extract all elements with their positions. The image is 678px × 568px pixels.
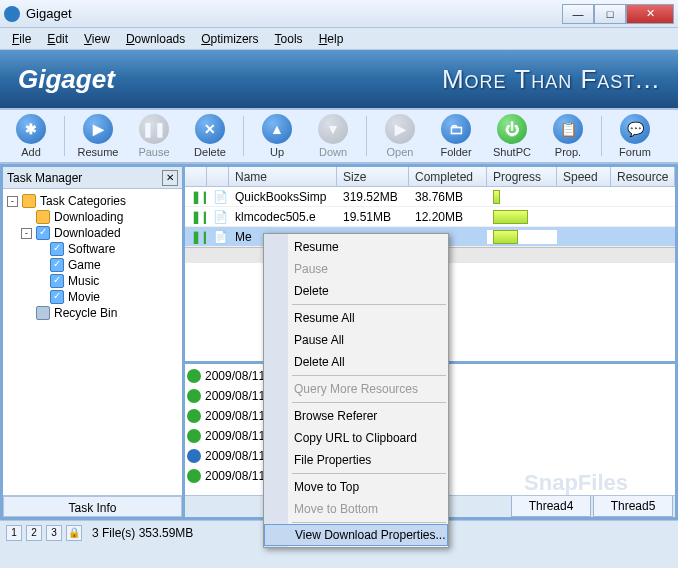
context-pause-all[interactable]: Pause All xyxy=(264,329,448,351)
tool-up[interactable]: ▲Up xyxy=(252,114,302,158)
tool-label: ShutPC xyxy=(493,146,531,158)
menu-tools[interactable]: Tools xyxy=(267,30,311,48)
menu-optimizers[interactable]: Optimizers xyxy=(193,30,266,48)
tool-folder-icon: 🗀 xyxy=(441,114,471,144)
log-time: 2009/08/11 xyxy=(205,369,265,383)
context-file-properties[interactable]: File Properties xyxy=(264,449,448,471)
log-tab-thread4[interactable]: Thread4 xyxy=(511,496,591,517)
col-completed[interactable]: Completed xyxy=(409,167,487,186)
tool-shutpc[interactable]: ⏻ShutPC xyxy=(487,114,537,158)
app-icon xyxy=(4,6,20,22)
file-icon: 📄 xyxy=(207,190,229,204)
tree-label: Movie xyxy=(68,290,100,304)
tab-task-info[interactable]: Task Info xyxy=(3,496,182,517)
log-tab-thread5[interactable]: Thread5 xyxy=(593,496,673,517)
col-resource[interactable]: Resource xyxy=(611,167,675,186)
status-chip-lock-icon[interactable]: 🔒 xyxy=(66,525,82,541)
cell-name: QuickBooksSimp xyxy=(229,190,337,204)
tool-label: Forum xyxy=(619,146,651,158)
context-separator xyxy=(292,402,446,403)
context-move-to-bottom: Move to Bottom xyxy=(264,498,448,520)
col-progress[interactable]: Progress xyxy=(487,167,557,186)
window-title: Gigaget xyxy=(26,6,562,21)
toolbar: ✱Add▶Resume❚❚Pause✕Delete▲Up▼Down▶Open🗀F… xyxy=(0,108,678,164)
log-success-icon xyxy=(187,369,201,383)
check-icon xyxy=(50,258,64,272)
tool-forum[interactable]: 💬Forum xyxy=(610,114,660,158)
tree-toggle-icon[interactable]: - xyxy=(21,228,32,239)
tree-node-recycle-bin[interactable]: Recycle Bin xyxy=(7,305,178,321)
maximize-button[interactable]: □ xyxy=(594,4,626,24)
check-icon xyxy=(50,242,64,256)
menubar: FileEditViewDownloadsOptimizersToolsHelp xyxy=(0,28,678,50)
context-pause: Pause xyxy=(264,258,448,280)
tool-add-icon: ✱ xyxy=(16,114,46,144)
tree-toggle-icon[interactable]: - xyxy=(7,196,18,207)
status-chip-3[interactable]: 3 xyxy=(46,525,62,541)
context-browse-referer[interactable]: Browse Referer xyxy=(264,405,448,427)
tree-node-game[interactable]: Game xyxy=(7,257,178,273)
tool-delete[interactable]: ✕Delete xyxy=(185,114,235,158)
context-separator xyxy=(292,522,446,523)
col-size[interactable]: Size xyxy=(337,167,409,186)
menu-file[interactable]: File xyxy=(4,30,39,48)
context-delete-all[interactable]: Delete All xyxy=(264,351,448,373)
logo: Gigaget xyxy=(18,64,115,95)
log-success-icon xyxy=(187,429,201,443)
tool-add[interactable]: ✱Add xyxy=(6,114,56,158)
context-resume[interactable]: Resume xyxy=(264,236,448,258)
sidebar-title: Task Manager xyxy=(7,171,162,185)
col-state[interactable] xyxy=(185,167,207,186)
menu-view[interactable]: View xyxy=(76,30,118,48)
context-separator xyxy=(292,375,446,376)
download-row[interactable]: ❚❚📄klmcodec505.e19.51MB12.20MB62.5% xyxy=(185,207,675,227)
menu-edit[interactable]: Edit xyxy=(39,30,76,48)
tool-resume-icon: ▶ xyxy=(83,114,113,144)
context-copy-url-to-clipboard[interactable]: Copy URL to Clipboard xyxy=(264,427,448,449)
col-name[interactable]: Name xyxy=(229,167,337,186)
tool-label: Up xyxy=(270,146,284,158)
context-move-to-top[interactable]: Move to Top xyxy=(264,476,448,498)
tree-node-software[interactable]: Software xyxy=(7,241,178,257)
context-resume-all[interactable]: Resume All xyxy=(264,307,448,329)
tool-label: Folder xyxy=(440,146,471,158)
category-tree: -Task CategoriesDownloading-DownloadedSo… xyxy=(3,189,182,495)
check-icon xyxy=(50,290,64,304)
check-icon xyxy=(50,274,64,288)
tool-forum-icon: 💬 xyxy=(620,114,650,144)
tool-pause: ❚❚Pause xyxy=(129,114,179,158)
col-speed[interactable]: Speed xyxy=(557,167,611,186)
tree-label: Recycle Bin xyxy=(54,306,117,320)
tree-node-movie[interactable]: Movie xyxy=(7,289,178,305)
cell-progress: 12.1% xyxy=(487,190,557,204)
status-chip-2[interactable]: 2 xyxy=(26,525,42,541)
menu-downloads[interactable]: Downloads xyxy=(118,30,193,48)
col-icon[interactable] xyxy=(207,167,229,186)
context-delete[interactable]: Delete xyxy=(264,280,448,302)
tool-prop[interactable]: 📋Prop. xyxy=(543,114,593,158)
log-success-icon xyxy=(187,409,201,423)
log-time: 2009/08/11 xyxy=(205,469,265,483)
context-menu: ResumePauseDeleteResume AllPause AllDele… xyxy=(263,233,449,548)
minimize-button[interactable]: — xyxy=(562,4,594,24)
tool-open: ▶Open xyxy=(375,114,425,158)
tool-label: Resume xyxy=(78,146,119,158)
tree-node-downloading[interactable]: Downloading xyxy=(7,209,178,225)
log-info-icon xyxy=(187,449,201,463)
download-row[interactable]: ❚❚📄QuickBooksSimp319.52MB38.76MB12.1% xyxy=(185,187,675,207)
menu-help[interactable]: Help xyxy=(311,30,352,48)
close-button[interactable]: ✕ xyxy=(626,4,674,24)
status-chip-1[interactable]: 1 xyxy=(6,525,22,541)
tree-node-downloaded[interactable]: -Downloaded xyxy=(7,225,178,241)
check-icon xyxy=(36,226,50,240)
tree-label: Downloading xyxy=(54,210,123,224)
context-view-download-properties[interactable]: View Download Properties... xyxy=(264,524,448,546)
sidebar-header: Task Manager ✕ xyxy=(3,167,182,189)
tool-label: Open xyxy=(387,146,414,158)
tool-resume[interactable]: ▶Resume xyxy=(73,114,123,158)
sidebar-close-icon[interactable]: ✕ xyxy=(162,170,178,186)
tree-node-music[interactable]: Music xyxy=(7,273,178,289)
tool-up-icon: ▲ xyxy=(262,114,292,144)
tool-folder[interactable]: 🗀Folder xyxy=(431,114,481,158)
tree-node-task-categories[interactable]: -Task Categories xyxy=(7,193,178,209)
